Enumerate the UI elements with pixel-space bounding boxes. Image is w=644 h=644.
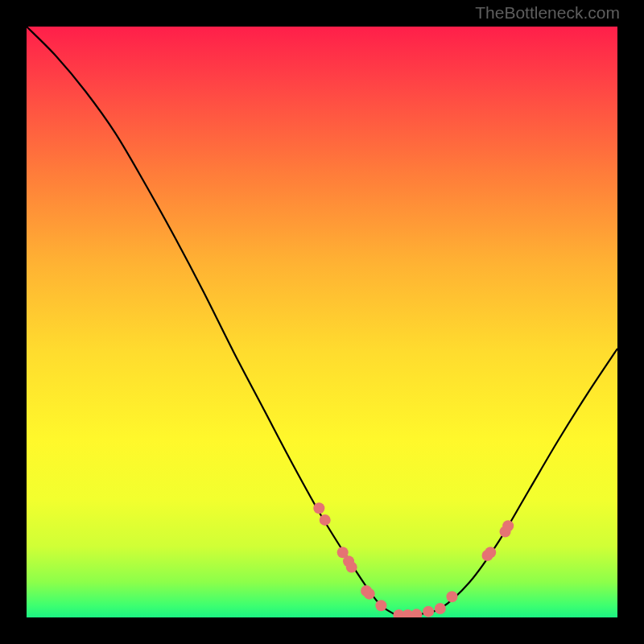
data-marker [502,520,514,531]
watermark-text: TheBottleneck.com [475,3,620,23]
data-marker [446,591,457,602]
data-marker [485,547,496,558]
data-marker [320,514,331,526]
chart-container: TheBottleneck.com [0,0,644,644]
data-marker [346,562,357,573]
data-marker [423,606,434,617]
bottleneck-curve [27,27,617,617]
data-marker [364,588,375,600]
plot-area [27,27,617,617]
data-marker [435,603,446,614]
data-marker [411,609,422,617]
data-marker [313,502,324,514]
data-marker [375,600,386,611]
